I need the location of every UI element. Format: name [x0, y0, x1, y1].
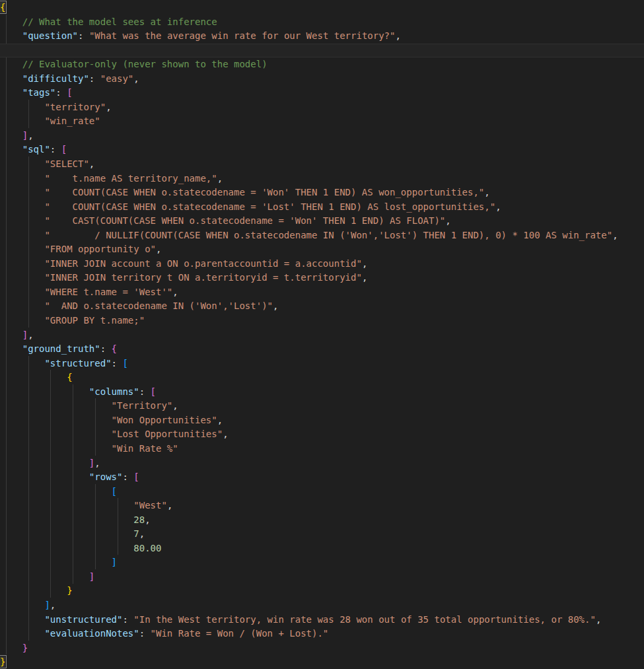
- code-token: :: [122, 614, 133, 625]
- code-token: "rows": [0, 472, 122, 482]
- code-token: :: [139, 628, 151, 639]
- code-line: }: [0, 655, 644, 669]
- code-token: " / NULLIF(COUNT(CASE WHEN o.statecodena…: [0, 230, 612, 240]
- code-line: "difficulty": "easy",: [0, 72, 644, 87]
- code-token: "unstructured": [0, 614, 122, 625]
- code-token: "FROM opportunity o": [0, 244, 156, 254]
- code-line: 80.00: [0, 542, 644, 556]
- code-line: " / NULLIF(COUNT(CASE WHEN o.statecodena…: [0, 229, 644, 243]
- code-line: {: [0, 370, 644, 385]
- code-token: "West": [0, 500, 167, 511]
- code-line: "unstructured": "In the West territory, …: [0, 613, 644, 627]
- code-token: ]: [0, 458, 94, 468]
- code-line: "ground_truth": {: [0, 342, 644, 357]
- code-line: ],: [0, 129, 644, 143]
- code-token: ,: [445, 215, 450, 226]
- code-token: :: [112, 358, 123, 369]
- code-token: ,: [172, 400, 178, 411]
- code-line: "Win Rate %": [0, 442, 644, 456]
- code-token: :: [50, 144, 61, 155]
- code-token: "GROUP BY t.name;": [0, 315, 145, 326]
- code-line: " AND o.statecodename IN ('Won','Lost')"…: [0, 299, 644, 314]
- code-line: "evaluationNotes": "Win Rate = Won / (Wo…: [0, 627, 644, 641]
- code-token: :: [55, 87, 67, 98]
- code-token: ]: [0, 571, 94, 582]
- code-token: ,: [172, 287, 178, 297]
- code-line: " COUNT(CASE WHEN o.statecodename = 'Won…: [0, 186, 644, 200]
- code-editor[interactable]: { // What the model sees at inference "q…: [0, 0, 644, 669]
- code-token: :: [122, 472, 133, 482]
- code-token: " t.name AS territory_name,": [0, 173, 217, 184]
- code-line: ],: [0, 456, 644, 471]
- code-line: "structured": [: [0, 357, 644, 371]
- code-token: }: [0, 585, 73, 596]
- code-token: "question": [0, 30, 78, 41]
- code-token: ,: [145, 514, 150, 525]
- code-line: "Territory",: [0, 399, 644, 413]
- code-token: " AND o.statecodename IN ('Won','Lost')": [0, 300, 273, 311]
- code-line: ]: [0, 570, 644, 584]
- code-line: 28,: [0, 513, 644, 528]
- code-token: "easy": [100, 73, 134, 84]
- code-line: "FROM opportunity o",: [0, 242, 644, 257]
- code-token: :: [100, 343, 112, 354]
- code-token: 7: [0, 528, 139, 539]
- code-token: ]: [0, 330, 28, 340]
- code-token: // Evaluator-only (never shown to the mo…: [0, 59, 268, 69]
- current-line: [0, 44, 644, 58]
- code-line: "question": "What was the average win ra…: [0, 29, 644, 44]
- code-token: ]: [0, 557, 117, 567]
- code-token: "win_rate": [0, 116, 100, 126]
- code-line: "tags": [: [0, 86, 644, 100]
- code-token: ]: [0, 130, 28, 141]
- code-token: :: [78, 30, 89, 41]
- code-token: ,: [273, 300, 278, 311]
- code-token: "Lost Opportunities": [0, 429, 223, 439]
- code-token: [: [0, 486, 117, 497]
- code-line: "Won Opportunities",: [0, 413, 644, 428]
- code-token: ,: [28, 330, 33, 340]
- code-line: "territory",: [0, 100, 644, 115]
- code-token: "structured": [0, 358, 112, 369]
- code-token: ,: [94, 458, 100, 468]
- code-line: 7,: [0, 527, 644, 542]
- code-token: ]: [0, 600, 50, 610]
- code-token: "columns": [0, 386, 139, 397]
- code-line: "INNER JOIN territory t ON a.territoryid…: [0, 271, 644, 285]
- code-token: "Territory": [0, 400, 172, 411]
- code-line: ]: [0, 555, 644, 570]
- code-line: // Evaluator-only (never shown to the mo…: [0, 57, 644, 72]
- code-line: "win_rate": [0, 114, 644, 129]
- code-line: "West",: [0, 499, 644, 513]
- code-token: "Won Opportunities": [0, 415, 217, 425]
- code-line: ],: [0, 328, 644, 343]
- code-token: [: [122, 358, 127, 369]
- code-token: // What the model sees at inference: [0, 17, 217, 27]
- code-token: ,: [395, 30, 400, 41]
- code-token: "INNER JOIN territory t ON a.territoryid…: [0, 272, 362, 283]
- matched-bracket: {: [0, 2, 5, 13]
- code-line: "columns": [: [0, 385, 644, 400]
- code-token: ,: [223, 429, 228, 439]
- code-line: " CAST(COUNT(CASE WHEN o.statecodename =…: [0, 214, 644, 229]
- code-line: "GROUP BY t.name;": [0, 314, 644, 328]
- code-token: "Win Rate %": [0, 443, 178, 454]
- code-line: "rows": [: [0, 470, 644, 485]
- code-token: ,: [217, 415, 223, 425]
- code-token: ,: [362, 272, 367, 283]
- code-token: [: [61, 144, 67, 155]
- code-line: "SELECT",: [0, 157, 644, 172]
- code-line: }: [0, 641, 644, 656]
- code-line: "WHERE t.name = 'West'",: [0, 285, 644, 300]
- code-token: }: [0, 643, 28, 653]
- code-line: "Lost Opportunities",: [0, 427, 644, 442]
- code-token: ,: [495, 201, 501, 212]
- code-token: ,: [612, 230, 618, 240]
- code-token: 80.00: [0, 543, 161, 553]
- code-token: "tags": [0, 87, 55, 98]
- code-line: {: [0, 1, 644, 15]
- code-token: " CAST(COUNT(CASE WHEN o.statecodename =…: [0, 215, 445, 226]
- code-token: ,: [89, 158, 94, 169]
- code-token: "WHERE t.name = 'West'": [0, 287, 172, 297]
- code-token: "sql": [0, 144, 50, 155]
